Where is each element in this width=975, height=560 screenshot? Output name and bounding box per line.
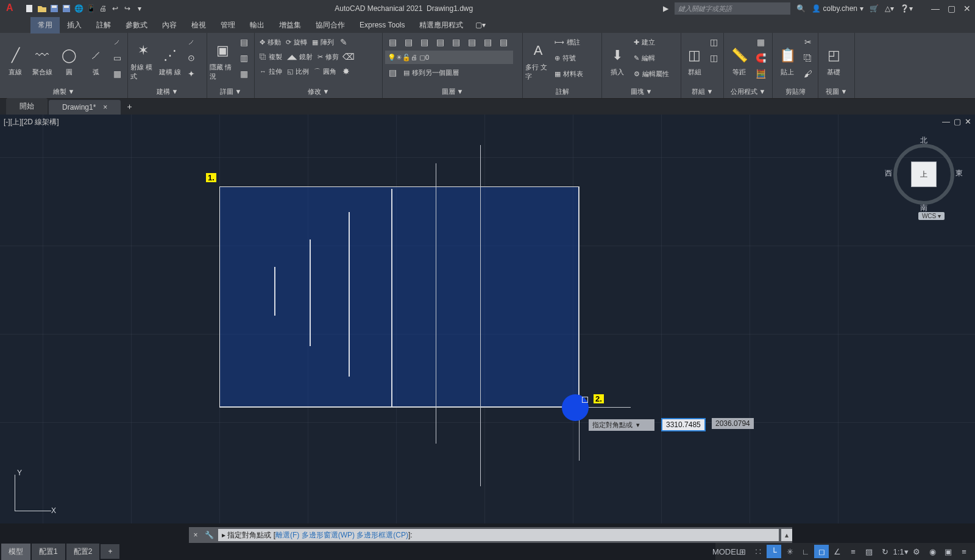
cmdline-config-icon[interactable]: 🔧 xyxy=(202,531,216,539)
help-icon[interactable]: ❔▾ xyxy=(900,4,913,13)
scale-button[interactable]: ◱ 比例 xyxy=(285,64,311,79)
bom-button[interactable]: ▦ 材料表 xyxy=(552,66,595,81)
erase-icon[interactable]: ⌫ xyxy=(341,49,356,64)
iso-icon[interactable]: ∟ xyxy=(798,545,813,558)
viewcube-east[interactable]: 東 xyxy=(956,168,963,179)
search-icon[interactable]: 🔍 xyxy=(796,4,806,13)
layer5-icon[interactable]: ▤ xyxy=(448,35,463,49)
group2-icon[interactable]: ◫ xyxy=(706,51,721,65)
mobile-icon[interactable]: 📱 xyxy=(85,3,96,14)
stretch-button[interactable]: ↔ 拉伸 xyxy=(257,64,285,79)
dim-button[interactable]: ⟼ 標註 xyxy=(552,35,595,49)
minimize-icon[interactable]: — xyxy=(930,4,941,13)
copy-icon[interactable]: ⿻ xyxy=(801,51,815,65)
powermod-icon[interactable]: ✎ xyxy=(336,35,351,49)
cart-icon[interactable]: 🛒 xyxy=(870,4,879,13)
new-icon[interactable] xyxy=(24,3,35,14)
move-button[interactable]: ✥ 移動 xyxy=(257,35,283,49)
view-min-icon[interactable]: — xyxy=(942,117,950,126)
web-icon[interactable]: 🌐 xyxy=(73,3,84,14)
detail3-icon[interactable]: ▦ xyxy=(236,66,251,81)
ray-button[interactable]: ✶射線 模式 xyxy=(130,35,156,85)
tab-layout1[interactable]: 配置1 xyxy=(32,544,65,560)
add-layout-button[interactable]: + xyxy=(101,544,119,559)
group-button[interactable]: ◫群組 xyxy=(684,35,705,85)
coord-x-input[interactable]: 3310.7485 xyxy=(661,418,706,431)
redo-icon[interactable]: ↪ xyxy=(122,3,133,14)
panel-title-layer[interactable]: 圖層 ▼ xyxy=(385,87,520,98)
edit-button[interactable]: ✎ 編輯 xyxy=(631,51,674,65)
panel-title-detail[interactable]: 詳圖 ▼ xyxy=(210,87,252,98)
panel-title-annotate[interactable]: 註解 xyxy=(525,87,599,98)
layerprop-icon[interactable]: ▤ xyxy=(385,65,400,80)
paste-button[interactable]: 📋貼上 xyxy=(775,35,800,85)
tab-home[interactable]: 常用 xyxy=(30,17,60,34)
panel-title-group[interactable]: 群組 ▼ xyxy=(684,87,721,98)
tab-output[interactable]: 輸出 xyxy=(243,17,272,34)
tab-parametric[interactable]: 參數式 xyxy=(118,17,155,34)
view-max-icon[interactable]: ▢ xyxy=(954,117,961,126)
panel-title-view[interactable]: 視圖 ▼ xyxy=(821,87,852,98)
osnap-icon[interactable]: ◻ xyxy=(814,545,829,558)
detail1-icon[interactable]: ▤ xyxy=(236,35,251,49)
tab-collab[interactable]: 協同合作 xyxy=(308,17,352,34)
tab-featured[interactable]: 精選應用程式 xyxy=(412,17,470,34)
command-line[interactable]: × 🔧 ▸ 指定對角點或 [ 離選(F) 多邊形窗選(WP) 多邊形框選(CP)… xyxy=(189,527,792,543)
mtext-button[interactable]: A多行 文字 xyxy=(525,35,551,85)
rect-icon[interactable]: ▭ xyxy=(110,51,124,65)
tab-insert[interactable]: 插入 xyxy=(60,17,89,34)
wcs-badge[interactable]: WCS ▾ xyxy=(918,212,945,220)
cycle-icon[interactable]: ↻ xyxy=(878,545,892,558)
measure-button[interactable]: 📏等距 xyxy=(726,35,752,85)
panel-title-clipboard[interactable]: 剪貼簿 xyxy=(775,87,815,98)
app-logo[interactable]: A xyxy=(6,2,18,15)
hide-button[interactable]: ▣隱藏 情況 xyxy=(210,35,235,85)
grid-icon[interactable]: ⊞ xyxy=(735,545,750,558)
xline-icon[interactable]: ⟋ xyxy=(110,35,124,49)
tab-addins[interactable]: 增益集 xyxy=(272,17,308,34)
undo-icon[interactable]: ↩ xyxy=(110,3,121,14)
layer-dropdown[interactable]: 💡☀🔓🖨 ▢ 0 xyxy=(385,51,513,64)
arc-button[interactable]: ⟋弧 xyxy=(83,35,108,85)
tab-start[interactable]: 開始 xyxy=(6,98,48,115)
group1-icon[interactable]: ◫ xyxy=(706,35,721,49)
command-input[interactable]: ▸ 指定對角點或 [ 離選(F) 多邊形窗選(WP) 多邊形框選(CP) ]: xyxy=(218,529,779,541)
layer1-icon[interactable]: ▤ xyxy=(385,35,400,49)
qat-menu-icon[interactable]: ▾ xyxy=(134,3,145,14)
snap-icon[interactable]: ⸬ xyxy=(751,545,765,558)
mirror-button[interactable]: ◢◣ 鏡射 xyxy=(285,49,315,64)
view-close-icon[interactable]: ✕ xyxy=(965,117,971,126)
maximize-icon[interactable]: ▢ xyxy=(946,4,957,13)
polyline-button[interactable]: 〰聚合線 xyxy=(29,35,55,85)
viewcube-north[interactable]: 北 xyxy=(920,135,927,146)
util2-icon[interactable]: 🧲 xyxy=(753,51,768,65)
circle-button[interactable]: ◯圓 xyxy=(56,35,82,85)
tab-layout2[interactable]: 配置2 xyxy=(66,544,100,560)
tab-model[interactable]: 模型 xyxy=(1,544,30,560)
ortho-icon[interactable]: └ xyxy=(767,545,781,558)
panel-title-construction[interactable]: 建構 ▼ xyxy=(130,87,204,98)
clean-icon[interactable]: ▣ xyxy=(941,545,956,558)
cmdline-close-icon[interactable]: × xyxy=(189,531,202,539)
util3-icon[interactable]: 🧮 xyxy=(753,66,768,81)
base-button[interactable]: ◰基礎 xyxy=(821,35,846,85)
drawing-canvas[interactable]: [-][上][2D 線架構] — ▢ ✕ 1. 2. 指定對角點或 ▾ 3310… xyxy=(0,115,975,523)
add-tab-button[interactable]: + xyxy=(122,99,135,115)
tab-hidden-icon[interactable]: ▢▾ xyxy=(470,18,491,32)
a360-icon[interactable]: △▾ xyxy=(885,4,894,13)
tab-view[interactable]: 檢視 xyxy=(184,17,213,34)
gear-icon[interactable]: ⚙ xyxy=(909,545,924,558)
cmdline-expand-icon[interactable]: ▴ xyxy=(781,529,792,541)
custom-icon[interactable]: ≡ xyxy=(957,545,971,558)
cpoint-icon[interactable]: ⟋ xyxy=(184,35,199,49)
detail2-icon[interactable]: ▥ xyxy=(236,51,251,65)
close-icon[interactable]: ✕ xyxy=(962,4,973,13)
transparency-icon[interactable]: ▨ xyxy=(862,545,876,558)
attr-button[interactable]: ⚙ 編輯屬性 xyxy=(631,66,674,81)
close-tab-icon[interactable]: × xyxy=(103,103,107,112)
polar-icon[interactable]: ✳ xyxy=(782,545,797,558)
ucs-icon[interactable]: Y X xyxy=(9,469,57,517)
user-icon[interactable]: 👤 colby.chen ▾ xyxy=(812,4,863,13)
share-indicator[interactable]: ▶ xyxy=(663,4,668,13)
tab-manage[interactable]: 管理 xyxy=(213,17,243,34)
